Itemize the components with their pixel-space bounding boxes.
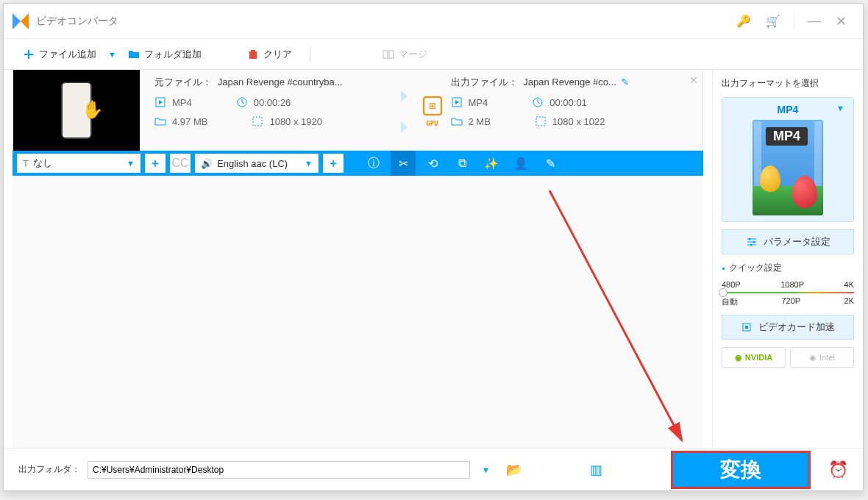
format-selector[interactable]: MP4▼ MP4: [722, 97, 854, 222]
close-window-button[interactable]: ✕: [828, 13, 854, 29]
merge-icon: [383, 49, 394, 60]
clock-icon: [236, 96, 248, 108]
subtitle-select[interactable]: T なし ▼: [17, 154, 140, 173]
plus-icon: [23, 49, 35, 60]
text-icon: T: [23, 158, 29, 169]
app-title: ビデオコンバータ: [36, 15, 118, 28]
source-size: 4.97 MB: [154, 115, 207, 127]
source-format: MP4: [154, 96, 192, 108]
add-folder-button[interactable]: フォルダ追加: [124, 45, 206, 64]
remove-file-button[interactable]: ✕: [689, 74, 698, 86]
add-audio-button[interactable]: ＋: [323, 154, 344, 173]
effects-tool[interactable]: ✨: [479, 151, 504, 176]
quality-slider[interactable]: [722, 292, 854, 293]
svg-point-9: [748, 238, 750, 240]
crop-tool[interactable]: ⧉: [449, 151, 474, 176]
trash-icon: [247, 49, 259, 60]
speaker-icon: 🔊: [201, 158, 213, 169]
chevron-down-icon: ▼: [305, 159, 313, 168]
source-resolution: 1080 x 1920: [252, 115, 322, 127]
folder-icon: [154, 115, 166, 127]
rename-icon[interactable]: ✎: [621, 76, 629, 88]
svg-rect-7: [536, 117, 545, 126]
edit-tool[interactable]: ✎: [538, 151, 563, 176]
chevron-down-icon[interactable]: ▼: [836, 104, 844, 113]
resolution-icon: [252, 115, 263, 127]
slider-knob[interactable]: [719, 288, 728, 297]
app-logo-icon: [13, 13, 29, 29]
clear-button[interactable]: クリア: [243, 45, 296, 64]
svg-rect-13: [745, 326, 748, 329]
merge-button[interactable]: マージ: [383, 48, 427, 61]
file-item[interactable]: 元ファイル： Japan Revenge #countryba... MP4 0…: [13, 70, 703, 151]
titlebar: ビデオコンバータ 🔑 🛒 — ✕: [4, 4, 863, 39]
add-subtitle-button[interactable]: ＋: [145, 154, 166, 173]
app-window: ビデオコンバータ 🔑 🛒 — ✕ ファイル追加 ▼ フォルダ追加 クリア マージ: [3, 3, 864, 491]
output-duration: 00:00:01: [532, 96, 587, 108]
nvidia-badge[interactable]: ◉NVIDIA: [722, 347, 786, 368]
svg-rect-4: [253, 117, 262, 126]
cut-tool[interactable]: ✂: [391, 151, 416, 176]
watermark-tool[interactable]: 👤: [508, 151, 533, 176]
source-duration: 00:00:26: [236, 96, 291, 108]
task-list-button[interactable]: ▥: [586, 462, 607, 478]
output-format: MP4: [451, 96, 488, 108]
output-resolution: 1080 x 1022: [535, 115, 605, 127]
file-list-area: 元ファイル： Japan Revenge #countryba... MP4 0…: [4, 70, 713, 448]
chevron-down-icon: ▼: [127, 159, 135, 168]
hw-accel-button[interactable]: ビデオカード加速: [722, 315, 854, 340]
format-preview-image: MP4: [753, 120, 823, 215]
parameter-settings-button[interactable]: パラメータ設定: [722, 229, 854, 254]
chip-icon: [741, 321, 753, 333]
quick-settings: ▪クイック設定 480P 1080P 4K 自動 720P 2K: [722, 262, 854, 307]
cc-button[interactable]: CC: [170, 154, 191, 173]
format-panel-title: 出力フォーマットを選択: [722, 77, 854, 90]
output-folder-dropdown[interactable]: ▼: [477, 465, 494, 474]
svg-line-8: [549, 190, 682, 440]
svg-rect-0: [383, 51, 388, 58]
annotation-arrow: [542, 183, 697, 448]
intel-badge[interactable]: ◉Intel: [790, 347, 854, 368]
svg-point-10: [753, 241, 755, 243]
gpu-icon[interactable]: ⊞: [423, 96, 442, 115]
minimize-button[interactable]: —: [800, 13, 828, 29]
add-file-button[interactable]: ファイル追加: [18, 45, 101, 64]
empty-area: [13, 176, 703, 448]
audio-track-select[interactable]: 🔊 English aac (LC) ▼: [195, 154, 319, 173]
key-icon[interactable]: 🔑: [729, 14, 758, 28]
output-size: 2 MB: [451, 115, 491, 127]
cart-icon[interactable]: 🛒: [758, 14, 788, 28]
folder-plus-icon: [128, 49, 140, 60]
output-folder-label: 出力フォルダ：: [18, 463, 80, 476]
item-tools-row: T なし ▼ ＋ CC 🔊 English aac (LC) ▼ ＋ ⓘ ✂ ⟲…: [13, 151, 703, 176]
video-thumbnail[interactable]: [13, 70, 140, 151]
main-toolbar: ファイル追加 ▼ フォルダ追加 クリア マージ: [4, 39, 863, 70]
footer: 出力フォルダ： ▼ 📂 ▥ 変換 ⏰: [4, 448, 863, 490]
output-folder-input[interactable]: [88, 461, 470, 479]
format-panel: 出力フォーマットを選択 MP4▼ MP4 パラメータ設定 ▪クイック設定 480…: [713, 70, 863, 448]
schedule-button[interactable]: ⏰: [818, 460, 848, 479]
play-file-icon: [154, 96, 166, 108]
open-folder-button[interactable]: 📂: [502, 462, 527, 478]
convert-button[interactable]: 変換: [671, 451, 811, 489]
sliders-icon: [746, 236, 758, 248]
add-file-dropdown[interactable]: ▼: [108, 50, 116, 59]
svg-rect-1: [389, 51, 394, 58]
info-tool[interactable]: ⓘ: [361, 151, 386, 176]
rotate-tool[interactable]: ⟲: [420, 151, 445, 176]
arrow-divider: [401, 76, 414, 147]
svg-point-11: [750, 244, 752, 246]
